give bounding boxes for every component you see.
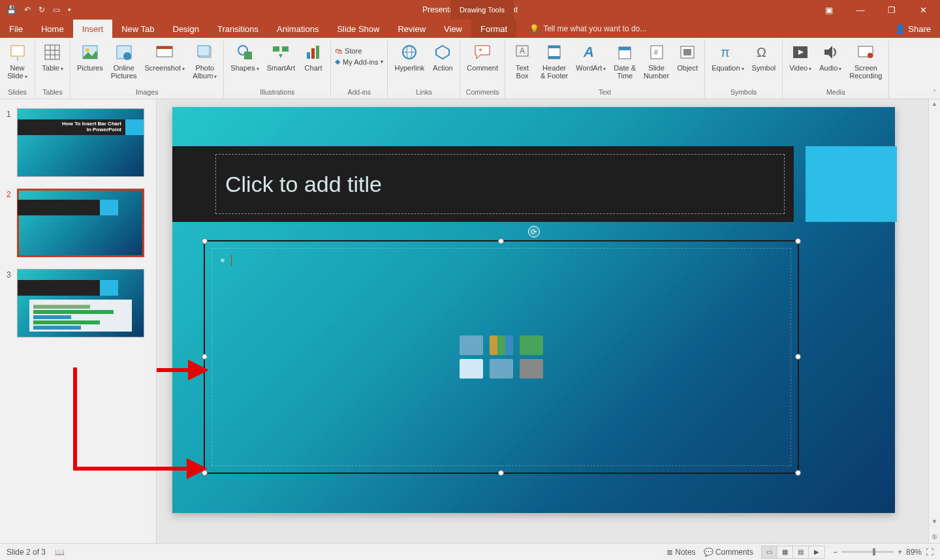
tab-file[interactable]: File bbox=[0, 20, 32, 38]
tab-slideshow[interactable]: Slide Show bbox=[328, 20, 388, 38]
title-placeholder[interactable]: Click to add title bbox=[215, 154, 785, 214]
screenshot-button[interactable]: Screenshot bbox=[142, 40, 188, 74]
content-placeholder-icons bbox=[460, 335, 543, 379]
resize-handle-s[interactable] bbox=[498, 470, 504, 476]
rotate-handle-icon[interactable]: ⟳ bbox=[528, 226, 540, 238]
svg-rect-20 bbox=[307, 52, 310, 59]
object-button[interactable]: Object bbox=[674, 40, 700, 73]
lightbulb-icon: 💡 bbox=[529, 24, 539, 33]
minimize-button[interactable]: — bbox=[847, 5, 873, 15]
thumbnail-slide-3[interactable]: 3 bbox=[7, 269, 149, 337]
shapes-button[interactable]: Shapes bbox=[228, 40, 261, 74]
online-picture-icon[interactable] bbox=[490, 359, 513, 379]
anno-v bbox=[73, 367, 77, 471]
table-icon bbox=[42, 42, 63, 63]
photo-album-button[interactable]: Photo Album bbox=[190, 40, 219, 82]
video-button[interactable]: Video bbox=[787, 40, 814, 74]
date-time-button[interactable]: Date & Time bbox=[611, 40, 638, 81]
online-pictures-button[interactable]: Online Pictures bbox=[108, 40, 140, 81]
screen-recording-button[interactable]: Screen Recording bbox=[847, 40, 885, 81]
share-button[interactable]: 👤 Share bbox=[886, 20, 940, 38]
thumbnail-slide-2[interactable]: 2 bbox=[7, 189, 149, 257]
quick-access-toolbar: 💾 ↶ ↻ ▭ ▾ bbox=[0, 5, 71, 14]
zoom-in-button[interactable]: + bbox=[898, 548, 902, 557]
ribbon-tabs: File Home Insert New Tab Design Transiti… bbox=[0, 20, 940, 38]
view-mode-buttons: ▭ ▦ ▤ ▶ bbox=[761, 546, 825, 559]
normal-view-button[interactable]: ▭ bbox=[762, 546, 777, 558]
zoom-out-button[interactable]: − bbox=[833, 548, 838, 557]
spellcheck-icon[interactable]: 📖 bbox=[55, 548, 65, 557]
scroll-down-icon[interactable]: ▼ bbox=[929, 518, 940, 529]
vertical-scrollbar[interactable]: ▲ ▼ ⦿ bbox=[928, 99, 940, 543]
comments-button[interactable]: 💬 Comments bbox=[704, 548, 753, 557]
insert-picture-icon[interactable] bbox=[460, 359, 483, 379]
tab-view[interactable]: View bbox=[435, 20, 471, 38]
start-slideshow-icon[interactable]: ▭ bbox=[53, 5, 60, 14]
text-box-button[interactable]: AText Box bbox=[509, 40, 535, 81]
hyperlink-button[interactable]: Hyperlink bbox=[392, 40, 427, 73]
tab-insert[interactable]: Insert bbox=[73, 20, 113, 38]
slide-sorter-button[interactable]: ▦ bbox=[777, 546, 793, 558]
symbol-button[interactable]: ΩSymbol bbox=[749, 40, 779, 73]
next-slide-icon[interactable]: ⦿ bbox=[929, 534, 940, 540]
maximize-button[interactable]: ❐ bbox=[879, 5, 905, 15]
tab-design[interactable]: Design bbox=[164, 20, 208, 38]
resize-handle-se[interactable] bbox=[795, 470, 801, 476]
content-placeholder[interactable] bbox=[204, 240, 799, 474]
slideshow-view-button[interactable]: ▶ bbox=[809, 546, 824, 558]
resize-handle-e[interactable] bbox=[795, 354, 801, 360]
zoom-slider[interactable] bbox=[841, 551, 894, 553]
table-button[interactable]: Table bbox=[39, 40, 65, 74]
wordart-button[interactable]: AWordArt bbox=[573, 40, 608, 74]
zoom-percent[interactable]: 89% bbox=[906, 548, 922, 557]
collapse-ribbon-icon[interactable]: ˄ bbox=[933, 89, 936, 96]
notes-button[interactable]: ≣ Notes bbox=[666, 548, 696, 557]
ribbon-display-options-icon[interactable]: ▣ bbox=[816, 5, 842, 15]
tab-animations[interactable]: Animations bbox=[268, 20, 328, 38]
save-icon[interactable]: 💾 bbox=[7, 5, 16, 14]
insert-chart-icon[interactable] bbox=[490, 335, 513, 355]
close-button[interactable]: ✕ bbox=[910, 5, 936, 15]
svg-text:A: A bbox=[583, 44, 594, 60]
insert-video-icon[interactable] bbox=[520, 359, 543, 379]
action-button[interactable]: Action bbox=[430, 40, 456, 73]
tab-review[interactable]: Review bbox=[388, 20, 435, 38]
pictures-icon bbox=[80, 42, 101, 63]
chart-label: Chart bbox=[305, 64, 322, 72]
scroll-up-icon[interactable]: ▲ bbox=[929, 101, 940, 111]
tab-newtab[interactable]: New Tab bbox=[112, 20, 163, 38]
pictures-button[interactable]: Pictures bbox=[74, 40, 106, 73]
chart-button[interactable]: Chart bbox=[300, 40, 326, 73]
tell-me-search[interactable]: 💡 Tell me what you want to do... bbox=[529, 20, 646, 38]
slide-number-button[interactable]: #Slide Number bbox=[641, 40, 672, 81]
equation-icon: π bbox=[717, 42, 738, 63]
thumbnail-slide-1[interactable]: 1 How To Insert Bar Chart In PowerPoint bbox=[7, 108, 149, 177]
my-addins-button[interactable]: ◆My Add-ins▾ bbox=[335, 57, 383, 66]
header-footer-button[interactable]: Header & Footer bbox=[538, 40, 571, 81]
redo-icon[interactable]: ↻ bbox=[39, 5, 45, 14]
text-box-label: Text Box bbox=[516, 64, 529, 80]
resize-handle-ne[interactable] bbox=[795, 238, 801, 244]
insert-smartart-icon[interactable] bbox=[520, 335, 543, 355]
reading-view-button[interactable]: ▤ bbox=[793, 546, 809, 558]
resize-handle-w[interactable] bbox=[202, 354, 208, 360]
comment-button[interactable]: + Comment bbox=[464, 40, 501, 73]
tab-home[interactable]: Home bbox=[32, 20, 73, 38]
slide-canvas[interactable]: Click to add title ⟳ bbox=[172, 107, 895, 513]
slide-canvas-area[interactable]: Click to add title ⟳ bbox=[157, 99, 940, 543]
equation-button[interactable]: πEquation bbox=[709, 40, 746, 74]
store-button[interactable]: 🛍Store bbox=[335, 47, 362, 55]
undo-icon[interactable]: ↶ bbox=[24, 5, 31, 14]
smartart-button[interactable]: SmartArt bbox=[264, 40, 298, 73]
resize-handle-n[interactable] bbox=[498, 238, 504, 244]
new-slide-button[interactable]: New Slide bbox=[5, 40, 31, 82]
insert-table-icon[interactable] bbox=[460, 335, 483, 355]
audio-button[interactable]: Audio bbox=[817, 40, 844, 74]
equation-label: Equation bbox=[712, 64, 744, 73]
group-slides-label: Slides bbox=[4, 86, 31, 99]
resize-handle-nw[interactable] bbox=[202, 238, 208, 244]
tab-format[interactable]: Format bbox=[471, 20, 516, 38]
qat-customize-icon[interactable]: ▾ bbox=[68, 7, 71, 13]
fit-to-window-button[interactable]: ⛶ bbox=[926, 548, 933, 557]
tab-transitions[interactable]: Transitions bbox=[208, 20, 268, 38]
